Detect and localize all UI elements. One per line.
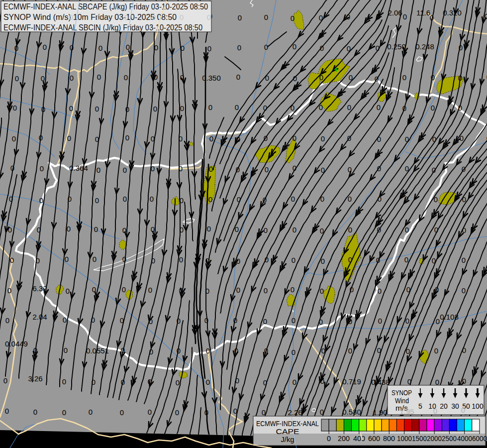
svg-text:1.95: 1.95 <box>399 407 414 416</box>
svg-text:0: 0 <box>432 166 436 174</box>
svg-text:0: 0 <box>291 104 294 112</box>
svg-text:0.250: 0.250 <box>387 42 406 51</box>
svg-text:0: 0 <box>432 135 436 143</box>
svg-text:0: 0 <box>348 317 352 326</box>
svg-text:0: 0 <box>233 316 237 325</box>
svg-text:0: 0 <box>122 285 126 294</box>
svg-text:ECMWF-INDEX-ANAL: ECMWF-INDEX-ANAL <box>256 420 319 428</box>
svg-text:0: 0 <box>93 255 97 263</box>
svg-text:0: 0 <box>406 347 410 355</box>
svg-text:0: 0 <box>320 44 324 52</box>
svg-text:0: 0 <box>458 104 462 112</box>
svg-text:0: 0 <box>92 285 96 294</box>
svg-text:0: 0 <box>321 166 325 174</box>
svg-text:0: 0 <box>148 377 152 386</box>
svg-text:0: 0 <box>121 346 125 354</box>
svg-text:0: 0 <box>405 317 409 325</box>
svg-text:0: 0 <box>293 74 297 83</box>
svg-text:0.0449: 0.0449 <box>5 339 28 348</box>
svg-text:0: 0 <box>263 196 267 204</box>
svg-text:0: 0 <box>152 13 156 21</box>
svg-text:0: 0 <box>7 286 11 295</box>
svg-text:0: 0 <box>292 378 296 386</box>
svg-text:0: 0 <box>95 196 99 205</box>
svg-text:0: 0 <box>377 135 381 143</box>
svg-text:1.90: 1.90 <box>373 408 387 417</box>
svg-text:0: 0 <box>33 346 37 354</box>
svg-text:0: 0 <box>350 285 354 294</box>
svg-text:0: 0 <box>234 346 238 355</box>
svg-text:0: 0 <box>94 225 98 233</box>
svg-text:0: 0 <box>265 165 269 174</box>
svg-text:0: 0 <box>321 257 325 265</box>
svg-text:0: 0 <box>320 287 324 295</box>
svg-text:0: 0 <box>66 287 70 295</box>
svg-text:0: 0 <box>377 103 381 112</box>
svg-text:0: 0 <box>431 104 435 112</box>
svg-text:0: 0 <box>377 225 381 234</box>
svg-text:0: 0 <box>348 195 352 203</box>
svg-text:0: 0 <box>434 225 438 234</box>
svg-text:0: 0 <box>346 12 350 21</box>
svg-text:0: 0 <box>462 256 466 264</box>
svg-text:0: 0 <box>430 13 434 22</box>
svg-text:0: 0 <box>41 105 45 113</box>
svg-text:0: 0 <box>236 135 240 143</box>
svg-text:0: 0 <box>264 43 268 51</box>
svg-text:0: 0 <box>403 12 407 21</box>
svg-text:0: 0 <box>180 196 184 205</box>
svg-text:0: 0 <box>92 378 96 386</box>
svg-text:0: 0 <box>65 255 69 263</box>
svg-text:400: 400 <box>353 435 365 443</box>
svg-text:0: 0 <box>39 196 43 205</box>
svg-text:0: 0 <box>376 44 380 52</box>
svg-text:0: 0 <box>236 257 240 265</box>
svg-text:4000: 4000 <box>457 435 472 443</box>
svg-text:0: 0 <box>124 13 128 21</box>
svg-text:0: 0 <box>378 195 382 203</box>
svg-text:0: 0 <box>320 195 324 203</box>
svg-text:20: 20 <box>440 402 448 410</box>
svg-text:0: 0 <box>292 225 296 234</box>
svg-text:0: 0 <box>62 408 66 417</box>
svg-text:0: 0 <box>292 348 295 356</box>
svg-text:0: 0 <box>95 105 99 113</box>
svg-text:0: 0 <box>462 286 466 295</box>
svg-text:0: 0 <box>292 256 295 264</box>
svg-text:0: 0 <box>13 104 17 112</box>
svg-text:0: 0 <box>436 317 440 326</box>
svg-text:0: 0 <box>151 256 155 265</box>
svg-text:0: 0 <box>180 104 184 112</box>
svg-text:2.26: 2.26 <box>288 408 302 417</box>
svg-text:0: 0 <box>292 164 296 172</box>
svg-text:0: 0 <box>91 316 95 324</box>
svg-text:0: 0 <box>120 316 124 325</box>
svg-text:2500: 2500 <box>442 435 457 443</box>
svg-text:0: 0 <box>12 134 16 143</box>
svg-text:0: 0 <box>206 346 210 355</box>
svg-text:200: 200 <box>338 435 350 443</box>
svg-text:0: 0 <box>262 408 266 417</box>
svg-text:0: 0 <box>264 226 268 234</box>
svg-text:0: 0 <box>209 134 213 143</box>
svg-text:0: 0 <box>291 195 295 203</box>
svg-text:0: 0 <box>149 347 153 356</box>
svg-text:0: 0 <box>207 224 211 233</box>
svg-text:0: 0 <box>207 13 211 21</box>
svg-text:100: 100 <box>472 402 484 410</box>
svg-text:11.6: 11.6 <box>416 8 430 17</box>
svg-text:0: 0 <box>95 135 99 143</box>
svg-text:600: 600 <box>368 435 380 443</box>
svg-text:0: 0 <box>405 135 409 143</box>
svg-text:0: 0 <box>376 12 380 21</box>
svg-text:0: 0 <box>236 286 240 294</box>
svg-text:0: 0 <box>347 134 351 142</box>
svg-text:0: 0 <box>179 164 183 173</box>
svg-text:0: 0 <box>67 134 71 142</box>
svg-text:0: 0 <box>405 225 409 234</box>
svg-text:0: 0 <box>97 13 100 21</box>
svg-text:3.26: 3.26 <box>28 374 42 383</box>
svg-text:0: 0 <box>148 408 152 416</box>
svg-text:0.438: 0.438 <box>371 378 390 386</box>
svg-text:J/kg: J/kg <box>281 436 294 444</box>
